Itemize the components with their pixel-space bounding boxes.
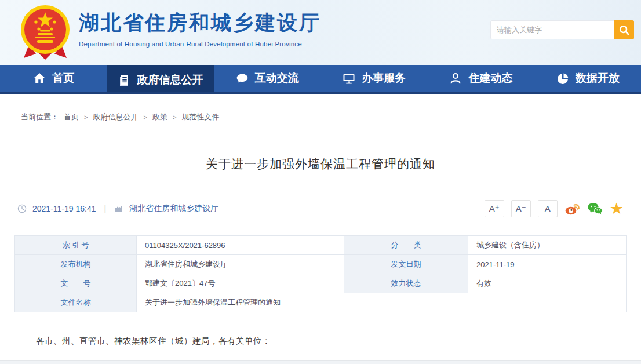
home-icon [32, 71, 46, 85]
meta-label-doc-title: 文件名称 [15, 293, 137, 312]
meta-label-validity-status: 效力状态 [344, 274, 468, 293]
nav-item-label: 住建动态 [468, 71, 512, 86]
breadcrumb-item-gov-info[interactable]: 政府信息公开 [93, 112, 138, 122]
breadcrumb-item-normative-docs[interactable]: 规范性文件 [181, 112, 219, 122]
person-icon [449, 71, 462, 85]
site-title: 湖北省住房和城乡建设厅 [79, 9, 321, 37]
search-button[interactable] [614, 20, 634, 39]
nav-item-label: 互动交流 [255, 71, 299, 86]
meta-label-issuing-agency: 发布机构 [15, 255, 137, 274]
font-size-decrease-button[interactable]: A⁻ [511, 200, 531, 217]
site-subtitle: Department of Housing and Urban-Rural De… [79, 41, 321, 48]
nav-item-label: 首页 [52, 71, 74, 86]
meta-label-index-number: 索 引 号 [15, 236, 137, 255]
organization-icon [114, 204, 123, 213]
clock-icon [17, 204, 27, 213]
breadcrumb-separator: > [84, 114, 88, 121]
table-row: 文件名称 关于进一步加强外墙保温工程管理的通知 [15, 293, 627, 312]
breadcrumb-label: 当前位置： [21, 112, 59, 122]
pie-chart-icon [556, 71, 570, 85]
breadcrumb-item-policy[interactable]: 政策 [152, 112, 167, 122]
nav-item-label: 政府信息公开 [137, 72, 203, 88]
nav-item-interaction[interactable]: 互动交流 [214, 65, 320, 92]
meta-value-issuing-agency: 湖北省住房和城乡建设厅 [137, 255, 344, 274]
meta-value-category: 城乡建设（含住房） [468, 236, 627, 255]
breadcrumb-separator: > [173, 114, 176, 121]
meta-label-category: 分 类 [344, 236, 468, 255]
meta-divider: | [104, 204, 107, 213]
nav-item-gov-info[interactable]: 政府信息公开 [107, 65, 213, 94]
search-input[interactable] [490, 20, 614, 39]
nav-item-services[interactable]: 办事服务 [320, 65, 427, 92]
meta-label-doc-number: 文 号 [15, 274, 137, 293]
wechat-icon[interactable] [587, 201, 603, 216]
meta-value-doc-number: 鄂建文〔2021〕47号 [137, 274, 344, 293]
bottom-divider [0, 360, 641, 364]
breadcrumb: 当前位置： 首页 > 政府信息公开 > 政策 > 规范性文件 [0, 94, 641, 122]
publish-time: 2021-11-19 16:41 [32, 204, 96, 213]
nav-item-open-data[interactable]: 数据开放 [534, 65, 641, 92]
table-row: 文 号 鄂建文〔2021〕47号 效力状态 有效 [15, 274, 627, 293]
font-size-default-button[interactable]: A [538, 200, 558, 217]
font-size-increase-button[interactable]: A⁺ [485, 200, 504, 217]
nav-item-home[interactable]: 首页 [0, 65, 107, 92]
weibo-icon[interactable] [564, 201, 580, 216]
document-meta-table: 索 引 号 01104325X/2021-62896 分 类 城乡建设（含住房）… [14, 235, 627, 312]
breadcrumb-separator: > [143, 114, 147, 121]
meta-value-validity-status: 有效 [468, 274, 627, 293]
article-source: 湖北省住房和城乡建设厅 [129, 203, 218, 214]
table-row: 索 引 号 01104325X/2021-62896 分 类 城乡建设（含住房） [15, 236, 627, 255]
monitor-icon [342, 71, 356, 85]
nav-item-label: 数据开放 [576, 71, 620, 86]
breadcrumb-item-home[interactable]: 首页 [64, 112, 79, 122]
meta-value-index-number: 01104325X/2021-62896 [137, 236, 344, 255]
search-box [490, 20, 634, 39]
article-title: 关于进一步加强外墙保温工程管理的通知 [0, 156, 641, 172]
nav-item-label: 办事服务 [362, 71, 406, 86]
meta-value-doc-title: 关于进一步加强外墙保温工程管理的通知 [137, 293, 627, 312]
nav-item-news[interactable]: 住建动态 [427, 65, 534, 92]
article-meta-row: 2021-11-19 16:41 | 湖北省住房和城乡建设厅 A⁺ A⁻ A ★ [17, 190, 624, 227]
site-header: 湖北省住房和城乡建设厅 Department of Housing and Ur… [0, 0, 641, 65]
favorite-star-icon[interactable]: ★ [610, 201, 624, 216]
chat-icon [235, 71, 249, 85]
article-body-first-line: 各市、州、直管市、神农架林区住（城）建局，各有关单位： [0, 336, 641, 347]
meta-value-issue-date: 2021-11-19 [468, 255, 627, 274]
meta-label-issue-date: 发文日期 [344, 255, 468, 274]
search-icon [618, 24, 630, 36]
main-nav: 首页 政府信息公开 互动交流 [0, 65, 641, 94]
document-icon [117, 73, 131, 87]
national-emblem-logo [20, 4, 71, 61]
table-row: 发布机构 湖北省住房和城乡建设厅 发文日期 2021-11-19 [15, 255, 627, 274]
